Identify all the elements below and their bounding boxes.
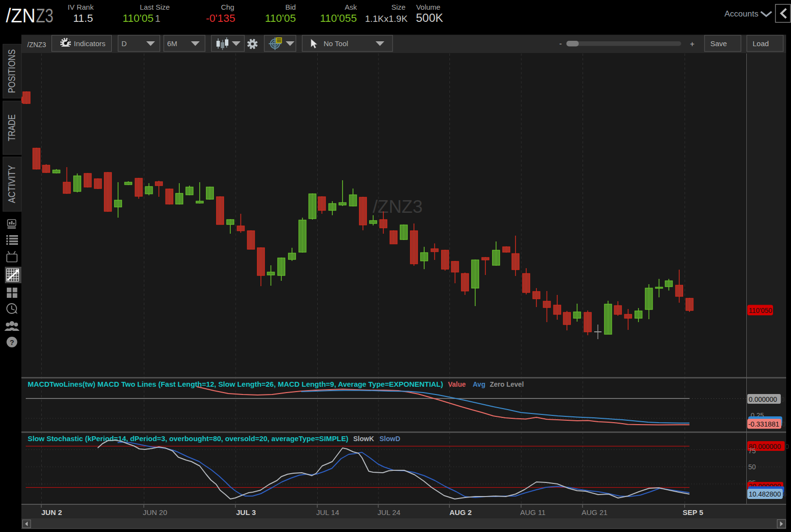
svg-text:-0.331881: -0.331881	[748, 420, 779, 428]
svg-text:SEP 5: SEP 5	[683, 508, 703, 516]
svg-text:110'05: 110'05	[122, 12, 154, 24]
svg-text:0: 0	[781, 395, 785, 403]
svg-text:110'050: 110'050	[749, 307, 773, 314]
svg-text:6: 6	[783, 490, 787, 498]
svg-text:Accounts: Accounts	[724, 9, 758, 18]
svg-text:/ZN: /ZN	[6, 5, 35, 26]
svg-text:10.482800: 10.482800	[749, 490, 781, 498]
svg-text:ACTIVITY: ACTIVITY	[6, 165, 17, 203]
svg-text:AUG 11: AUG 11	[520, 508, 546, 516]
svg-text:POSITIONS: POSITIONS	[6, 50, 17, 93]
svg-text:MACDTwoLines(tw) MACD Two Line: MACDTwoLines(tw) MACD Two Lines (Fast Le…	[28, 380, 443, 388]
svg-text:+: +	[690, 40, 694, 48]
svg-text:Slow Stochastic (kPeriod=14, d: Slow Stochastic (kPeriod=14, dPeriod=3, …	[28, 435, 348, 443]
svg-text:/ZNZ3: /ZNZ3	[373, 197, 423, 217]
svg-text:11.5: 11.5	[73, 12, 93, 24]
svg-text:AUG 21: AUG 21	[582, 508, 607, 516]
svg-text:Zero Level: Zero Level	[490, 380, 524, 388]
svg-text:0: 0	[782, 420, 786, 428]
svg-text:Bid: Bid	[285, 3, 296, 11]
svg-text:TRADE: TRADE	[6, 115, 17, 141]
svg-text:Indicators: Indicators	[74, 39, 105, 48]
svg-text:0.000000: 0.000000	[749, 395, 777, 403]
svg-text:110'05: 110'05	[265, 12, 296, 24]
svg-text:500K: 500K	[416, 11, 443, 24]
svg-text:110'055: 110'055	[320, 12, 357, 24]
svg-text:50: 50	[748, 463, 756, 471]
svg-text:Volume: Volume	[416, 3, 440, 11]
svg-text:D: D	[121, 39, 127, 48]
svg-text:Ask: Ask	[344, 3, 357, 11]
svg-text:JUL 3: JUL 3	[236, 508, 256, 516]
svg-text:Value: Value	[448, 380, 466, 388]
svg-text:?: ?	[10, 338, 14, 346]
svg-text:-: -	[559, 39, 562, 48]
svg-text:Last Size: Last Size	[140, 3, 170, 11]
svg-text:1: 1	[155, 13, 160, 24]
svg-text:Z3: Z3	[36, 5, 53, 26]
svg-text:SlowK: SlowK	[353, 435, 374, 443]
svg-text:No Tool: No Tool	[324, 39, 348, 48]
svg-text:IV Rank: IV Rank	[68, 3, 94, 11]
svg-text:SlowD: SlowD	[379, 435, 400, 443]
svg-text:6M: 6M	[167, 39, 177, 48]
svg-text:Load: Load	[753, 39, 769, 48]
svg-text:/ZNZ3: /ZNZ3	[27, 41, 46, 49]
svg-text:Avg: Avg	[473, 380, 485, 388]
svg-text:JUL 14: JUL 14	[316, 508, 339, 516]
svg-text:JUN 2: JUN 2	[41, 508, 62, 516]
svg-text:0: 0	[785, 443, 789, 450]
svg-text:AUG 2: AUG 2	[449, 508, 472, 516]
svg-text:Save: Save	[710, 39, 727, 48]
svg-text:JUN 20: JUN 20	[143, 508, 167, 516]
svg-text:Chg: Chg	[221, 3, 235, 11]
svg-text:75: 75	[748, 447, 756, 455]
svg-text:-0'135: -0'135	[206, 12, 235, 24]
svg-text:Size: Size	[392, 3, 406, 11]
svg-text:JUL 24: JUL 24	[378, 508, 400, 516]
svg-text:1.1Kx1.9K: 1.1Kx1.9K	[365, 14, 408, 24]
